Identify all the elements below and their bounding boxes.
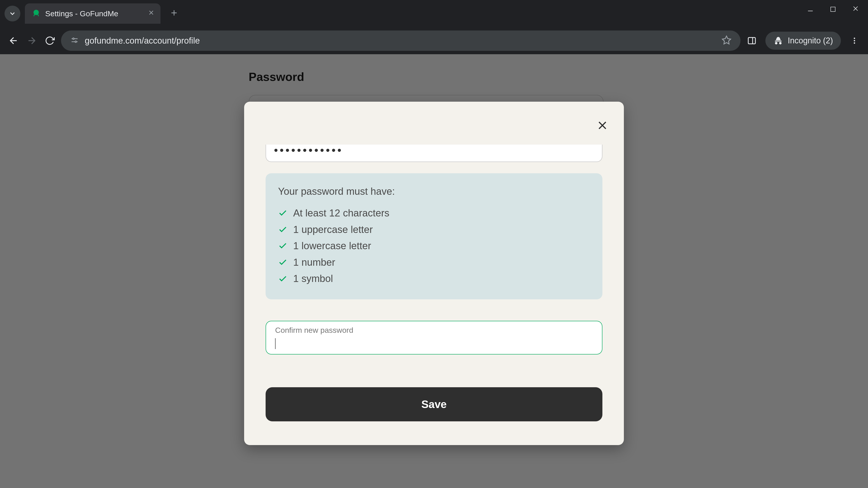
new-password-field[interactable]: ••••••••••••: [266, 144, 602, 162]
side-panel-button[interactable]: [745, 34, 758, 47]
requirement-item: 1 lowercase letter: [278, 238, 590, 254]
page-content: Password •••••••••••• Your password must…: [0, 54, 868, 488]
tab-close-button[interactable]: [148, 9, 155, 18]
minimize-button[interactable]: [805, 4, 816, 15]
close-icon: [148, 9, 155, 16]
dots-vertical-icon: [850, 37, 859, 45]
incognito-label: Incognito (2): [788, 36, 833, 45]
svg-point-13: [75, 41, 76, 42]
star-icon: [721, 35, 732, 45]
check-icon: [278, 208, 287, 218]
tune-icon: [70, 36, 79, 45]
maximize-icon: [830, 6, 836, 13]
toolbar-right: Incognito (2): [745, 32, 861, 50]
window-controls: [805, 4, 861, 15]
maximize-button[interactable]: [827, 4, 839, 15]
forward-button[interactable]: [25, 34, 38, 47]
address-bar-row: gofundme.com/account/profile Incognito (…: [0, 27, 868, 54]
bookmark-button[interactable]: [721, 35, 732, 46]
svg-rect-5: [831, 7, 835, 11]
password-modal: •••••••••••• Your password must have: At…: [244, 102, 624, 445]
svg-point-18: [854, 40, 855, 41]
requirement-text: 1 symbol: [293, 270, 333, 287]
reload-button[interactable]: [43, 34, 57, 47]
url-text: gofundme.com/account/profile: [85, 36, 716, 46]
arrow-right-icon: [26, 35, 37, 46]
modal-body: •••••••••••• Your password must have: At…: [244, 144, 624, 443]
check-icon: [278, 258, 287, 267]
modal-header: [244, 102, 624, 144]
password-value-masked: ••••••••••••: [274, 144, 594, 156]
svg-marker-14: [722, 36, 731, 44]
address-bar[interactable]: gofundme.com/account/profile: [61, 31, 741, 51]
modal-close-button[interactable]: [594, 118, 610, 133]
reload-icon: [45, 36, 55, 46]
plus-icon: [169, 8, 179, 18]
confirm-password-field[interactable]: Confirm new password: [266, 321, 602, 355]
browser-tab[interactable]: Settings - GoFundMe: [25, 3, 160, 24]
window-close-button[interactable]: [850, 4, 861, 15]
incognito-icon: [773, 36, 783, 46]
check-icon: [278, 225, 287, 234]
arrow-left-icon: [8, 35, 19, 46]
requirements-title: Your password must have:: [278, 186, 590, 197]
password-requirements-panel: Your password must have: At least 12 cha…: [266, 173, 602, 299]
svg-point-17: [854, 38, 855, 39]
svg-point-12: [73, 38, 74, 39]
save-button[interactable]: Save: [266, 387, 602, 421]
close-icon: [596, 119, 609, 132]
requirement-item: 1 symbol: [278, 270, 590, 287]
requirement-text: 1 number: [293, 254, 335, 271]
browser-chrome: Settings - GoFundMe: [0, 0, 868, 54]
incognito-indicator[interactable]: Incognito (2): [765, 32, 841, 50]
svg-point-19: [854, 42, 855, 44]
chevron-down-icon: [8, 10, 16, 18]
tab-search-dropdown[interactable]: [4, 6, 20, 22]
tab-title: Settings - GoFundMe: [45, 9, 118, 18]
tab-bar: Settings - GoFundMe: [0, 0, 868, 27]
check-icon: [278, 241, 287, 251]
site-info-button[interactable]: [70, 36, 79, 46]
tab-favicon-icon: [32, 9, 41, 18]
modal-scroll-area[interactable]: •••••••••••• Your password must have: At…: [254, 144, 614, 443]
minimize-icon: [806, 4, 814, 13]
panel-icon: [747, 36, 756, 45]
browser-menu-button[interactable]: [848, 34, 861, 47]
requirement-item: 1 number: [278, 254, 590, 271]
requirement-text: At least 12 characters: [293, 205, 390, 221]
back-button[interactable]: [7, 34, 20, 47]
requirement-text: 1 lowercase letter: [293, 238, 371, 254]
requirement-item: At least 12 characters: [278, 205, 590, 221]
confirm-password-input[interactable]: [275, 336, 593, 347]
new-tab-button[interactable]: [169, 7, 179, 20]
confirm-password-label: Confirm new password: [275, 326, 593, 335]
requirement-text: 1 uppercase letter: [293, 221, 373, 238]
close-icon: [851, 4, 860, 13]
check-icon: [278, 274, 287, 284]
requirement-item: 1 uppercase letter: [278, 221, 590, 238]
text-cursor: [275, 338, 276, 349]
svg-rect-15: [748, 37, 755, 44]
